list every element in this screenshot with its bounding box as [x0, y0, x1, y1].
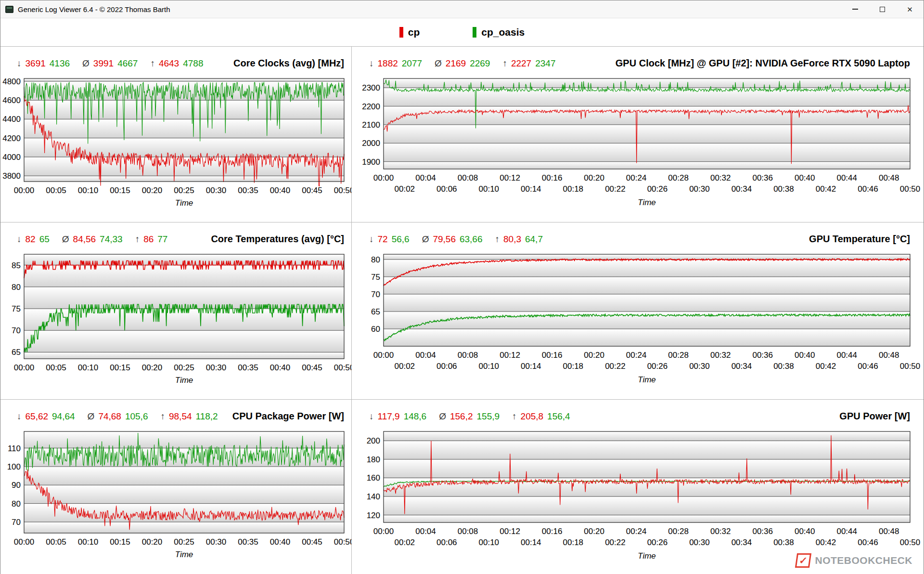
- app-window: Generic Log Viewer 6.4 - © 2022 Thomas B…: [0, 0, 924, 574]
- svg-text:00:40: 00:40: [795, 173, 815, 183]
- stat-max: ↑46434788: [150, 58, 203, 69]
- svg-text:00:45: 00:45: [302, 537, 322, 547]
- svg-text:00:18: 00:18: [563, 184, 584, 194]
- svg-text:00:32: 00:32: [710, 527, 731, 536]
- svg-text:160: 160: [367, 473, 380, 483]
- svg-text:Time: Time: [638, 551, 656, 561]
- stat-max-cp: 205,8: [521, 411, 544, 422]
- stat-avg-cp: 84,56: [73, 234, 96, 245]
- watermark-text: NOTEBOOKCHECK: [815, 555, 912, 566]
- svg-text:00:18: 00:18: [563, 362, 584, 371]
- chart-core-temperatures[interactable]: 657075808500:0000:0500:1000:1500:2000:25…: [0, 248, 351, 399]
- maximize-button[interactable]: [869, 0, 896, 18]
- stat-max-cp-oasis: 118,2: [196, 411, 218, 422]
- svg-text:00:25: 00:25: [174, 363, 194, 372]
- avg-icon: Ø: [62, 234, 69, 245]
- stat-avg-cp-oasis: 63,66: [460, 234, 483, 245]
- svg-text:00:32: 00:32: [710, 173, 731, 183]
- svg-text:00:28: 00:28: [668, 527, 689, 536]
- stats-row: ↓36914136 Ø39914667 ↑46434788: [17, 58, 203, 69]
- svg-text:4600: 4600: [2, 96, 21, 105]
- stat-min: ↓117,9148,6: [369, 411, 426, 422]
- chart-panel-core-temperatures: ↓8265 Ø84,5674,33 ↑8677 Core Temperature…: [0, 222, 351, 399]
- chart-gpu-power[interactable]: 12014016018020000:0000:0200:0400:0600:08…: [352, 425, 924, 574]
- panel-header: ↓8265 Ø84,5674,33 ↑8677 Core Temperature…: [0, 222, 351, 248]
- svg-text:00:22: 00:22: [605, 538, 626, 547]
- svg-text:00:20: 00:20: [584, 173, 604, 183]
- svg-text:00:14: 00:14: [521, 538, 541, 547]
- close-icon: ✕: [907, 6, 913, 13]
- svg-text:70: 70: [371, 290, 380, 299]
- stat-avg: Ø21692269: [435, 58, 490, 69]
- svg-text:2000: 2000: [362, 139, 380, 148]
- svg-text:00:32: 00:32: [710, 351, 731, 360]
- legend-label-cp: cp: [408, 26, 420, 38]
- svg-text:00:00: 00:00: [373, 351, 394, 360]
- svg-text:00:20: 00:20: [142, 186, 163, 195]
- panel-title-gpu-clock: GPU Clock [MHz] @ GPU [#2]: NVIDIA GeFor…: [616, 58, 910, 69]
- legend-item-cp[interactable]: cp: [399, 26, 420, 38]
- stat-max: ↑22272347: [502, 58, 555, 69]
- panel-header: ↓117,9148,6 Ø156,2155,9 ↑205,8156,4 GPU …: [352, 400, 924, 425]
- notebookcheck-logo-icon: ✓: [795, 553, 811, 568]
- svg-text:75: 75: [12, 304, 21, 313]
- chart-panel-core-clocks: ↓36914136 Ø39914667 ↑46434788 Core Clock…: [0, 47, 351, 222]
- svg-text:00:44: 00:44: [836, 351, 857, 360]
- close-button[interactable]: ✕: [896, 0, 924, 18]
- stat-max-cp-oasis: 156,4: [547, 411, 570, 422]
- svg-text:80: 80: [371, 255, 380, 264]
- svg-text:00:50: 00:50: [334, 363, 351, 372]
- stat-avg-cp: 3991: [93, 58, 114, 69]
- svg-text:4000: 4000: [2, 153, 21, 162]
- svg-text:Time: Time: [175, 376, 193, 385]
- svg-text:00:24: 00:24: [626, 527, 647, 536]
- min-arrow-icon: ↓: [17, 411, 22, 422]
- svg-text:00:42: 00:42: [816, 184, 836, 194]
- chart-cpu-package-power[interactable]: 70809010011000:0000:0500:1000:1500:2000:…: [0, 425, 351, 574]
- svg-text:00:28: 00:28: [668, 173, 689, 183]
- svg-text:00:30: 00:30: [206, 363, 227, 372]
- svg-text:00:10: 00:10: [479, 362, 500, 371]
- svg-text:00:40: 00:40: [270, 363, 291, 372]
- stat-min-cp: 1882: [378, 58, 398, 69]
- avg-icon: Ø: [435, 58, 442, 69]
- svg-text:2200: 2200: [362, 102, 380, 111]
- svg-text:90: 90: [12, 481, 21, 490]
- svg-text:00:40: 00:40: [270, 537, 291, 547]
- stat-min-cp-oasis: 94,64: [52, 411, 75, 422]
- chart-gpu-temperature[interactable]: 606570758000:0000:0200:0400:0600:0800:10…: [352, 248, 924, 399]
- stats-row: ↓65,6294,64 Ø74,68105,6 ↑98,54118,2: [17, 411, 218, 422]
- svg-text:2300: 2300: [362, 83, 380, 92]
- svg-text:00:20: 00:20: [584, 351, 604, 360]
- svg-text:00:45: 00:45: [302, 363, 322, 372]
- svg-text:80: 80: [12, 283, 21, 292]
- svg-text:00:12: 00:12: [500, 173, 520, 183]
- svg-text:140: 140: [367, 492, 380, 501]
- chart-core-clocks[interactable]: 38004000420044004600480000:0000:0500:100…: [0, 72, 351, 222]
- svg-text:00:00: 00:00: [14, 363, 35, 372]
- chart-panel-cpu-package-power: ↓65,6294,64 Ø74,68105,6 ↑98,54118,2 CPU …: [0, 399, 351, 574]
- chart-panel-gpu-temperature: ↓7256,6 Ø79,5663,66 ↑80,364,7 GPU Temper…: [351, 222, 924, 399]
- stat-max: ↑205,8156,4: [512, 411, 570, 422]
- legend-item-cp-oasis[interactable]: cp_oasis: [473, 26, 525, 38]
- stat-max-cp: 2227: [511, 58, 531, 69]
- svg-text:00:30: 00:30: [206, 186, 227, 195]
- stat-avg: Ø156,2155,9: [439, 411, 500, 422]
- app-icon: [5, 6, 13, 13]
- legend-label-cp-oasis: cp_oasis: [481, 26, 525, 38]
- svg-text:00:15: 00:15: [110, 363, 130, 372]
- svg-text:00:10: 00:10: [78, 186, 99, 195]
- svg-text:4200: 4200: [2, 134, 21, 143]
- svg-text:00:28: 00:28: [668, 351, 689, 360]
- chart-gpu-clock[interactable]: 1900200021002200230000:0000:0200:0400:06…: [352, 72, 924, 222]
- svg-text:00:04: 00:04: [415, 527, 436, 536]
- svg-text:00:44: 00:44: [836, 173, 857, 183]
- svg-text:00:30: 00:30: [689, 538, 710, 547]
- minimize-button[interactable]: [841, 0, 869, 18]
- svg-text:180: 180: [367, 455, 380, 464]
- max-arrow-icon: ↑: [502, 58, 507, 69]
- stat-min-cp: 82: [26, 234, 36, 245]
- legend-swatch-cp: [399, 27, 403, 38]
- svg-text:00:05: 00:05: [46, 186, 66, 195]
- stat-avg: Ø39914667: [82, 58, 138, 69]
